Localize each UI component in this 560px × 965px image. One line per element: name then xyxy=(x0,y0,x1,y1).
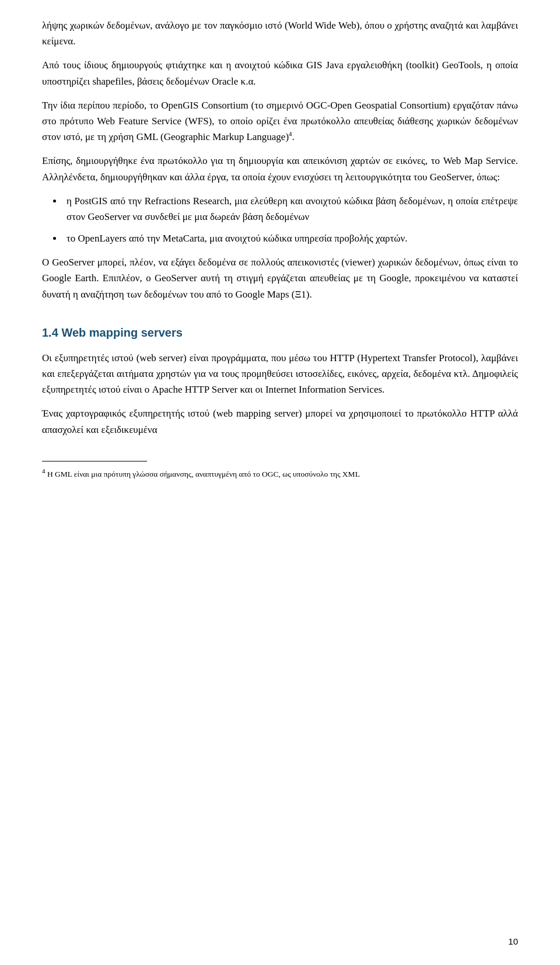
paragraph-5-text: Ο GeoServer μπορεί, πλέον, να εξάγει δεδ… xyxy=(42,257,518,299)
footnote-divider xyxy=(42,461,147,461)
bullet-item-2: το OpenLayers από την MetaCarta, μια ανο… xyxy=(63,230,518,246)
footnote-text: 4 Η GML είναι μια πρότυπη γλώσσα σήμανση… xyxy=(42,466,518,480)
bullet-item-1: η PostGIS από την Refractions Research, … xyxy=(63,193,518,225)
page-container: λήψης χωρικών δεδομένων, ανάλογο με τον … xyxy=(0,0,560,965)
section-heading-1-4: 1.4 Web mapping servers xyxy=(42,323,518,342)
paragraph-6-text: Οι εξυπηρετητές ιστού (web server) είναι… xyxy=(42,352,518,395)
paragraph-4: Επίσης, δημιουργήθηκε ένα πρωτόκολλο για… xyxy=(42,153,518,184)
page-number-text: 10 xyxy=(508,936,518,946)
paragraph-7-text: Ένας χαρτογραφικός εξυπηρετητής ιστού (w… xyxy=(42,408,518,435)
paragraph-7: Ένας χαρτογραφικός εξυπηρετητής ιστού (w… xyxy=(42,405,518,437)
page-number: 10 xyxy=(508,935,518,949)
paragraph-1-text: λήψης χωρικών δεδομένων, ανάλογο με τον … xyxy=(42,20,518,47)
paragraph-4-text: Επίσης, δημιουργήθηκε ένα πρωτόκολλο για… xyxy=(42,155,518,182)
paragraph-2: Από τους ίδιους δημιουργούς φτιάχτηκε κα… xyxy=(42,57,518,89)
bullet-list: η PostGIS από την Refractions Research, … xyxy=(63,193,518,247)
paragraph-3-text: Την ίδια περίπου περίοδο, το OpenGIS Con… xyxy=(42,100,518,142)
paragraph-3: Την ίδια περίπου περίοδο, το OpenGIS Con… xyxy=(42,97,518,145)
bullet-1-text: η PostGIS από την Refractions Research, … xyxy=(66,195,518,222)
paragraph-1: λήψης χωρικών δεδομένων, ανάλογο με τον … xyxy=(42,18,518,49)
paragraph-5: Ο GeoServer μπορεί, πλέον, να εξάγει δεδ… xyxy=(42,254,518,302)
section-title: Web mapping servers xyxy=(61,326,182,339)
bullet-2-text: το OpenLayers από την MetaCarta, μια ανο… xyxy=(66,233,407,244)
paragraph-6: Οι εξυπηρετητές ιστού (web server) είναι… xyxy=(42,350,518,398)
footnote-content: Η GML είναι μια πρότυπη γλώσσα σήμανσης,… xyxy=(47,469,360,478)
paragraph-2-text: Από τους ίδιους δημιουργούς φτιάχτηκε κα… xyxy=(42,60,518,86)
footnote-ref-4: 4 xyxy=(289,130,292,137)
footnote-number: 4 xyxy=(42,467,46,474)
section-number: 1.4 xyxy=(42,326,58,339)
